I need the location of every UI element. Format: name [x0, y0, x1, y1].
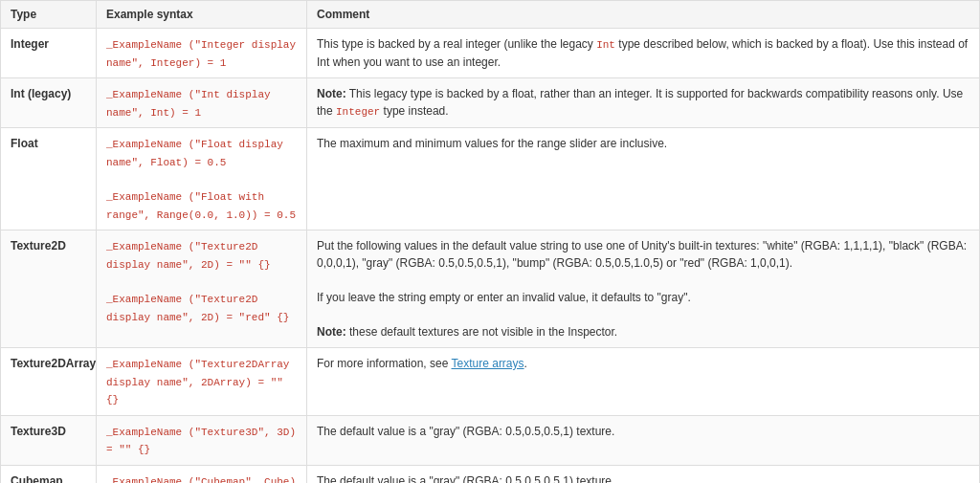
comment-cell: The default value is a "gray" (RGBA: 0.5… [307, 415, 980, 465]
example-cell: _ExampleName ("Cubemap", Cube) = "" {} [97, 465, 307, 483]
comment-cell: For more information, see Texture arrays… [307, 348, 980, 416]
example-code: _ExampleName ("Float with range", Range(… [106, 191, 296, 221]
type-label: Integer [11, 37, 49, 51]
type-label: Cubemap [11, 474, 63, 484]
comment-cell: The default value is a "gray" (RGBA: 0.5… [307, 465, 980, 483]
table-row: Texture3D_ExampleName ("Texture3D", 3D) … [1, 415, 980, 465]
type-cell: Texture2DArray [1, 348, 97, 416]
comment-cell: Put the following values in the default … [307, 231, 980, 348]
type-cell: Cubemap [1, 465, 97, 483]
example-cell: _ExampleName ("Texture2DArray display na… [97, 348, 307, 416]
table-row: Texture2D_ExampleName ("Texture2D displa… [1, 231, 980, 348]
example-code: _ExampleName ("Texture2D display name", … [106, 241, 271, 271]
example-code: _ExampleName ("Integer display name", In… [106, 39, 296, 69]
example-cell: _ExampleName ("Texture3D", 3D) = "" {} [97, 415, 307, 465]
example-cell: _ExampleName ("Int display name", Int) =… [97, 78, 307, 128]
type-label: Texture2DArray [11, 357, 96, 370]
example-code: _ExampleName ("Float display name", Floa… [106, 139, 283, 168]
type-cell: Int (legacy) [1, 78, 97, 128]
header-comment: Comment [307, 1, 980, 29]
example-code: _ExampleName ("Texture2DArray display na… [106, 359, 289, 406]
table-row: Cubemap_ExampleName ("Cubemap", Cube) = … [1, 465, 980, 483]
example-code: _ExampleName ("Cubemap", Cube) = "" {} [106, 476, 296, 484]
table-row: Texture2DArray_ExampleName ("Texture2DAr… [1, 348, 980, 416]
table-row: Float_ExampleName ("Float display name",… [1, 128, 980, 231]
example-code: _ExampleName ("Texture2D display name", … [106, 294, 289, 323]
example-cell: _ExampleName ("Integer display name", In… [97, 29, 307, 78]
type-label: Texture3D [11, 425, 66, 438]
header-example: Example syntax [97, 1, 307, 29]
example-code: _ExampleName ("Int display name", Int) =… [106, 89, 271, 119]
table-row: Int (legacy)_ExampleName ("Int display n… [1, 78, 980, 128]
type-cell: Float [1, 128, 97, 231]
type-label: Texture2D [11, 239, 66, 252]
example-cell: _ExampleName ("Texture2D display name", … [97, 231, 307, 348]
comment-cell: Note: This legacy type is backed by a fl… [307, 78, 980, 128]
type-label: Int (legacy) [11, 87, 71, 100]
type-cell: Texture2D [1, 231, 97, 348]
header-type: Type [1, 1, 97, 29]
comment-cell: The maximum and minimum values for the r… [307, 128, 980, 231]
comment-cell: This type is backed by a real integer (u… [307, 29, 980, 78]
example-cell: _ExampleName ("Float display name", Floa… [97, 128, 307, 231]
table-row: Integer_ExampleName ("Integer display na… [1, 29, 980, 78]
type-cell: Integer [1, 29, 97, 78]
type-label: Float [11, 137, 38, 150]
example-code: _ExampleName ("Texture3D", 3D) = "" {} [106, 427, 296, 456]
type-cell: Texture3D [1, 415, 97, 465]
